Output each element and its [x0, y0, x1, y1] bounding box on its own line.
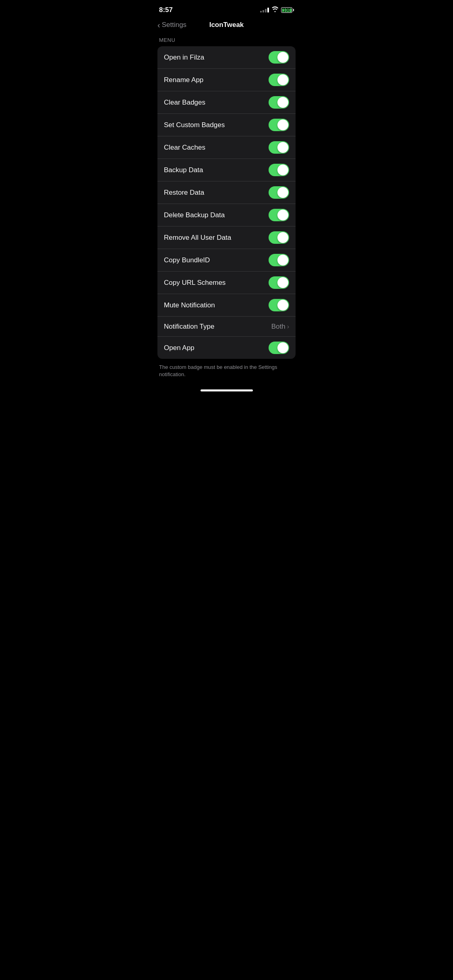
toggle-thumb-open-app	[277, 342, 288, 353]
row-label-delete-backup-data: Delete Backup Data	[164, 211, 225, 219]
settings-row-rename-app[interactable]: Rename App	[157, 69, 296, 91]
settings-row-open-app[interactable]: Open App	[157, 337, 296, 359]
signal-icon	[260, 8, 269, 12]
page-title: IconTweak	[209, 21, 244, 29]
row-label-mute-notification: Mute Notification	[164, 301, 215, 309]
toggle-thumb-set-custom-badges	[277, 119, 288, 130]
menu-settings-group: Open in FilzaRename AppClear BadgesSet C…	[157, 46, 296, 359]
home-indicator	[151, 386, 302, 395]
row-label-open-app: Open App	[164, 344, 194, 352]
row-label-backup-data: Backup Data	[164, 166, 203, 174]
wifi-icon	[271, 6, 279, 14]
row-label-restore-data: Restore Data	[164, 189, 204, 197]
toggle-clear-caches[interactable]	[269, 141, 289, 154]
toggle-thumb-copy-bundle-id	[277, 255, 288, 266]
toggle-thumb-copy-url-schemes	[277, 277, 288, 288]
toggle-thumb-backup-data	[277, 165, 288, 175]
settings-row-clear-caches[interactable]: Clear Caches	[157, 136, 296, 159]
toggle-restore-data[interactable]	[269, 186, 289, 199]
toggle-mute-notification[interactable]	[269, 299, 289, 311]
toggle-thumb-rename-app	[277, 74, 288, 85]
settings-row-set-custom-badges[interactable]: Set Custom Badges	[157, 114, 296, 136]
row-label-rename-app: Rename App	[164, 76, 203, 84]
settings-row-open-in-filza[interactable]: Open in Filza	[157, 46, 296, 69]
settings-row-remove-all-user-data[interactable]: Remove All User Data	[157, 226, 296, 249]
toggle-copy-url-schemes[interactable]	[269, 276, 289, 289]
back-button[interactable]: ‹ Settings	[157, 21, 186, 29]
toggle-thumb-delete-backup-data	[277, 210, 288, 220]
battery-icon: 100	[281, 7, 294, 13]
row-label-set-custom-badges: Set Custom Badges	[164, 121, 225, 129]
row-label-copy-bundle-id: Copy BundleID	[164, 256, 210, 264]
toggle-thumb-restore-data	[277, 187, 288, 198]
settings-row-copy-url-schemes[interactable]: Copy URL Schemes	[157, 272, 296, 294]
nav-bar: ‹ Settings IconTweak	[151, 18, 302, 34]
settings-row-notification-type[interactable]: Notification TypeBoth›	[157, 317, 296, 337]
footer-text: The custom badge must be enabled in the …	[151, 359, 302, 386]
toggle-thumb-remove-all-user-data	[277, 232, 288, 243]
row-label-notification-type: Notification Type	[164, 323, 214, 331]
chevron-right-icon-notification-type: ›	[287, 323, 289, 330]
status-time: 8:57	[159, 6, 173, 14]
section-label: MENU	[151, 34, 302, 46]
disclosure-notification-type[interactable]: Both›	[271, 323, 289, 331]
settings-row-mute-notification[interactable]: Mute Notification	[157, 294, 296, 317]
toggle-rename-app[interactable]	[269, 74, 289, 86]
settings-row-copy-bundle-id[interactable]: Copy BundleID	[157, 249, 296, 272]
toggle-thumb-clear-badges	[277, 97, 288, 108]
toggle-thumb-mute-notification	[277, 300, 288, 311]
toggle-thumb-clear-caches	[277, 142, 288, 153]
settings-row-backup-data[interactable]: Backup Data	[157, 159, 296, 181]
toggle-open-in-filza[interactable]	[269, 51, 289, 64]
disclosure-value-notification-type: Both	[271, 323, 285, 331]
status-icons: 100	[260, 6, 294, 14]
toggle-copy-bundle-id[interactable]	[269, 254, 289, 266]
status-bar: 8:57 100	[151, 0, 302, 18]
toggle-remove-all-user-data[interactable]	[269, 231, 289, 244]
toggle-clear-badges[interactable]	[269, 96, 289, 109]
home-bar	[201, 389, 253, 391]
row-label-open-in-filza: Open in Filza	[164, 54, 204, 62]
settings-row-delete-backup-data[interactable]: Delete Backup Data	[157, 204, 296, 226]
toggle-open-app[interactable]	[269, 342, 289, 354]
row-label-remove-all-user-data: Remove All User Data	[164, 234, 231, 242]
settings-row-restore-data[interactable]: Restore Data	[157, 181, 296, 204]
toggle-set-custom-badges[interactable]	[269, 119, 289, 131]
row-label-clear-badges: Clear Badges	[164, 99, 205, 107]
toggle-thumb-open-in-filza	[277, 52, 288, 63]
content-area: MENU Open in FilzaRename AppClear Badges…	[151, 34, 302, 386]
back-chevron-icon: ‹	[157, 21, 160, 29]
row-label-copy-url-schemes: Copy URL Schemes	[164, 279, 225, 287]
toggle-delete-backup-data[interactable]	[269, 209, 289, 221]
settings-row-clear-badges[interactable]: Clear Badges	[157, 91, 296, 114]
toggle-backup-data[interactable]	[269, 164, 289, 176]
row-label-clear-caches: Clear Caches	[164, 144, 205, 152]
back-label: Settings	[162, 21, 186, 29]
